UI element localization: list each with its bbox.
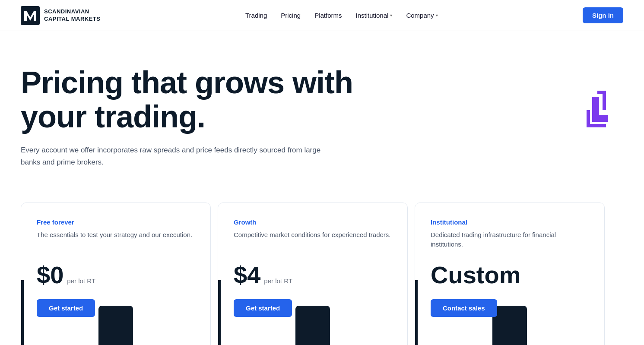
nav-item-trading[interactable]: Trading	[245, 12, 267, 19]
card-description-free: The essentials to test your strategy and…	[37, 230, 195, 251]
logo-icon	[21, 6, 40, 25]
card-tier-institutional: Institutional	[431, 218, 589, 226]
pricing-card-growth: Growth Competitive market conditions for…	[218, 203, 408, 345]
hero-title: Pricing that grows with your trading.	[21, 66, 368, 134]
pricing-section: Free forever The essentials to test your…	[0, 194, 644, 345]
price-unit-free: per lot RT	[67, 277, 95, 285]
price-amount-free: $0	[37, 263, 63, 287]
chevron-down-icon: ▾	[390, 13, 392, 18]
logo[interactable]: SCANDINAVIAN CAPITAL MARKETS	[21, 6, 101, 25]
nav-item-company[interactable]: Company ▾	[406, 12, 438, 19]
nav-links: Trading Pricing Platforms Institutional …	[245, 12, 438, 19]
logo-text: SCANDINAVIAN CAPITAL MARKETS	[44, 8, 101, 23]
nav-right: Sign in	[583, 7, 623, 23]
nav-item-platforms[interactable]: Platforms	[314, 12, 342, 19]
hero-subtitle: Every account we offer incorporates raw …	[21, 144, 332, 168]
contact-sales-button[interactable]: Contact sales	[431, 299, 497, 317]
card-price-growth: $4 per lot RT	[234, 263, 392, 287]
navbar: SCANDINAVIAN CAPITAL MARKETS Trading Pri…	[0, 0, 644, 31]
hero-section: Pricing that grows with your trading. Ev…	[0, 31, 389, 194]
pricing-card-free: Free forever The essentials to test your…	[21, 203, 211, 345]
card-description-growth: Competitive market conditions for experi…	[234, 230, 392, 251]
card-price-free: $0 per lot RT	[37, 263, 195, 287]
nav-item-institutional[interactable]: Institutional ▾	[355, 12, 392, 19]
get-started-button-growth[interactable]: Get started	[234, 299, 292, 317]
price-unit-growth: per lot RT	[264, 277, 292, 285]
decorative-logo-icon	[576, 86, 623, 134]
card-price-institutional: Custom	[431, 263, 589, 287]
pricing-card-institutional: Institutional Dedicated trading infrastr…	[415, 203, 605, 345]
nav-item-pricing[interactable]: Pricing	[281, 12, 301, 19]
price-amount-growth: $4	[234, 263, 260, 287]
card-tier-free: Free forever	[37, 218, 195, 226]
sign-in-button[interactable]: Sign in	[583, 7, 623, 23]
card-tier-growth: Growth	[234, 218, 392, 226]
card-description-institutional: Dedicated trading infrastructure for fin…	[431, 230, 589, 251]
chevron-down-icon: ▾	[436, 13, 438, 18]
get-started-button-free[interactable]: Get started	[37, 299, 95, 317]
svg-rect-0	[21, 6, 40, 25]
